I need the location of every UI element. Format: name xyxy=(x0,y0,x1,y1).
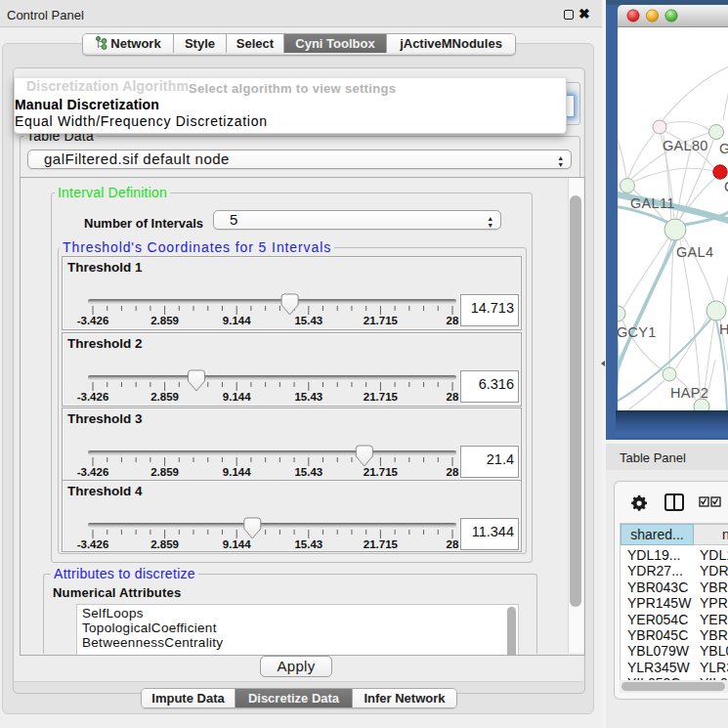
svg-text:C: C xyxy=(724,179,728,194)
svg-text:G.: G. xyxy=(719,141,728,156)
svg-text:GCY1: GCY1 xyxy=(618,324,657,340)
svg-text:GAL11: GAL11 xyxy=(630,195,675,211)
svg-text:HAP2: HAP2 xyxy=(670,385,708,401)
svg-text:H: H xyxy=(719,321,728,337)
svg-text:GAL80: GAL80 xyxy=(663,138,708,153)
svg-text:GAL4: GAL4 xyxy=(676,244,713,260)
